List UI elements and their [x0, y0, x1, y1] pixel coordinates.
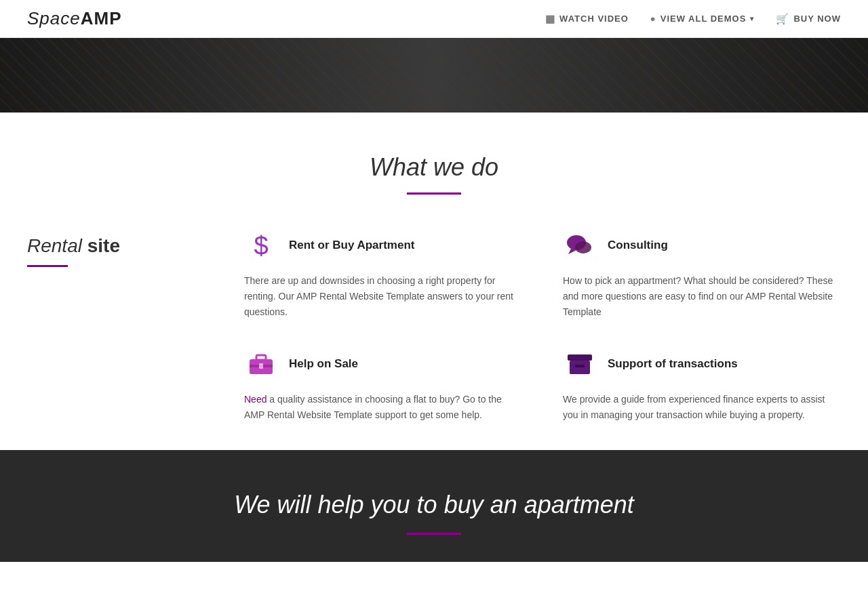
feature-help-on-sale-text: Need a quality assistance in choosing a …: [244, 392, 522, 423]
dollar-icon: $: [244, 228, 278, 262]
feature-support-transactions-header: Support of transactions: [563, 347, 841, 381]
svg-rect-7: [568, 354, 592, 361]
feature-support-transactions: Support of transactions We provide a gui…: [563, 347, 841, 423]
dark-section-title: We will help you to buy an apartment: [27, 491, 841, 519]
rental-title: Rental site: [27, 235, 217, 257]
nav-view-all-demos[interactable]: ● VIEW ALL DEMOS ▾: [650, 14, 755, 24]
feature-help-on-sale-link[interactable]: Need: [244, 394, 267, 405]
feature-support-transactions-text: We provide a guide from experienced fina…: [563, 392, 841, 423]
feature-consulting-text: How to pick an appartment? What should b…: [563, 273, 841, 320]
hero-strip: [0, 38, 868, 113]
content-grid: Rental site $ Rent or Buy Apartment Ther…: [27, 228, 841, 423]
what-we-do-section: What we do Rental site $ Rent or Buy Apa…: [0, 113, 868, 450]
feature-consulting-header: Consulting: [563, 228, 841, 262]
chat-icon: [563, 228, 597, 262]
archive-icon: [563, 347, 597, 381]
chevron-down-icon: ▾: [750, 15, 754, 22]
nav-view-all-demos-label: VIEW ALL DEMOS: [660, 14, 747, 24]
nav-watch-video-label: WATCH VIDEO: [559, 14, 629, 24]
rental-bold: site: [82, 235, 120, 256]
left-panel: Rental site: [27, 228, 217, 423]
rental-italic: Rental: [27, 235, 82, 256]
section-title: What we do: [27, 153, 841, 182]
rental-divider: [27, 265, 68, 267]
svg-rect-3: [256, 355, 266, 360]
dark-section: We will help you to buy an apartment: [0, 450, 868, 562]
logo-bold: AMP: [81, 8, 122, 28]
feature-consulting: Consulting How to pick an appartment? Wh…: [563, 228, 841, 320]
feature-rent-buy-header: $ Rent or Buy Apartment: [244, 228, 522, 262]
nav-buy-now-label: BUY NOW: [793, 14, 841, 24]
header: SpaceAMP ▦ WATCH VIDEO ● VIEW ALL DEMOS …: [0, 0, 868, 38]
navigation: ▦ WATCH VIDEO ● VIEW ALL DEMOS ▾ 🛒 BUY N…: [545, 13, 841, 25]
feature-rent-buy-title: Rent or Buy Apartment: [289, 239, 414, 252]
feature-rent-buy-text: There are up and downsides in choosing a…: [244, 273, 522, 320]
briefcase-icon: [244, 347, 278, 381]
dark-section-divider: [407, 533, 461, 535]
feature-help-on-sale-title: Help on Sale: [289, 357, 358, 371]
logo[interactable]: SpaceAMP: [27, 8, 122, 29]
svg-rect-9: [575, 365, 585, 367]
video-icon: ▦: [545, 13, 555, 25]
feature-help-on-sale: Help on Sale Need a quality assistance i…: [244, 347, 522, 423]
svg-rect-6: [259, 363, 263, 369]
cart-icon: 🛒: [776, 13, 789, 25]
svg-point-1: [575, 241, 591, 253]
nav-buy-now[interactable]: 🛒 BUY NOW: [776, 13, 841, 25]
logo-italic: Space: [27, 8, 81, 28]
section-divider: [407, 192, 461, 195]
feature-rent-buy: $ Rent or Buy Apartment There are up and…: [244, 228, 522, 320]
search-icon: ●: [650, 14, 656, 24]
feature-help-on-sale-header: Help on Sale: [244, 347, 522, 381]
nav-watch-video[interactable]: ▦ WATCH VIDEO: [545, 13, 629, 25]
feature-consulting-title: Consulting: [608, 239, 668, 252]
features-grid: $ Rent or Buy Apartment There are up and…: [244, 228, 841, 423]
feature-support-transactions-title: Support of transactions: [608, 357, 738, 371]
